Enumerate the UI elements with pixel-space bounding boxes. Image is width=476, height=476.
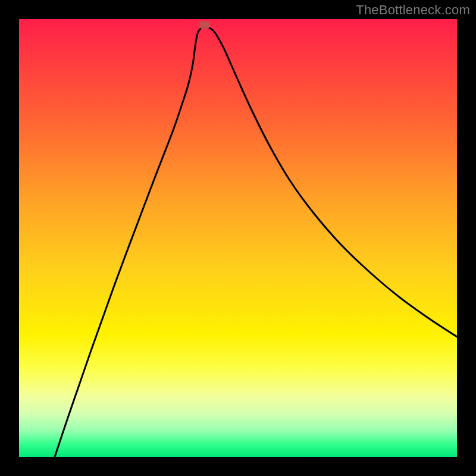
min-marker [199,21,210,29]
watermark-text: TheBottleneck.com [356,2,470,18]
chart-frame: TheBottleneck.com [0,0,476,476]
plot-area [19,19,457,457]
bottleneck-curve [19,19,457,457]
